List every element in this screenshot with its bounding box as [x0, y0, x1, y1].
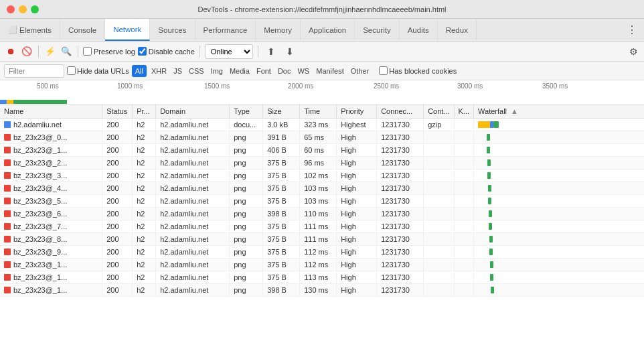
col-name[interactable]: Name: [0, 104, 102, 119]
table-row[interactable]: bz_23x23@_4...200h2h2.adamliu.netpng375 …: [0, 182, 644, 195]
col-size[interactable]: Size: [263, 104, 300, 119]
tab-performance[interactable]: Performance: [195, 19, 256, 41]
divider-1: [38, 46, 39, 58]
filter-all-button[interactable]: All: [132, 65, 147, 77]
search-button[interactable]: 🔍: [60, 45, 73, 58]
preserve-log-checkbox[interactable]: [83, 47, 92, 56]
table-row[interactable]: bz_23x23@_8...200h2h2.adamliu.netpng375 …: [0, 233, 644, 246]
tab-audits-label: Audits: [408, 26, 429, 34]
cell-size: 375 B: [263, 259, 300, 271]
more-tabs-button[interactable]: ⋮: [620, 19, 644, 41]
col-time[interactable]: Time: [300, 104, 337, 119]
table-row[interactable]: bz_23x23@_1...200h2h2.adamliu.netpng398 …: [0, 284, 644, 297]
table-row[interactable]: bz_23x23@_1...200h2h2.adamliu.netpng375 …: [0, 271, 644, 284]
filter-ws-button[interactable]: WS: [295, 66, 311, 76]
hide-data-urls-checkbox[interactable]: [67, 66, 76, 75]
tab-application[interactable]: Application: [301, 19, 355, 41]
cell-priority: High: [337, 271, 377, 284]
tab-console[interactable]: Console: [60, 19, 105, 41]
filter-row: Hide data URLs All XHR JS CSS Img Media …: [0, 62, 644, 80]
file-type-icon: [4, 147, 11, 153]
hide-data-urls-label[interactable]: Hide data URLs: [67, 66, 129, 75]
col-priority[interactable]: Priority: [337, 104, 377, 119]
cell-size: 391 B: [263, 131, 300, 144]
tick-3000: 3000 ms: [457, 82, 483, 90]
disable-cache-label[interactable]: Disable cache: [138, 47, 195, 56]
filter-toggle-button[interactable]: ⚡: [44, 45, 57, 58]
cell-connection: 1231730: [377, 169, 424, 182]
cell-type: png: [230, 131, 263, 144]
disable-cache-checkbox[interactable]: [138, 47, 147, 56]
table-row[interactable]: bz_23x23@_3...200h2h2.adamliu.netpng375 …: [0, 169, 644, 182]
wf-receiving-bar: [489, 210, 492, 217]
cell-name: bz_23x23@_1...: [0, 144, 102, 157]
tab-sources[interactable]: Sources: [150, 19, 195, 41]
close-button[interactable]: [7, 5, 15, 13]
tab-elements[interactable]: ⬜ Elements: [0, 19, 60, 41]
cell-k: [454, 233, 474, 246]
filter-doc-button[interactable]: Doc: [276, 66, 293, 76]
col-connection[interactable]: Connec...: [377, 104, 424, 119]
cell-priority: High: [337, 169, 377, 182]
col-type[interactable]: Type: [230, 104, 263, 119]
cell-k: [454, 246, 474, 259]
tab-redux[interactable]: Redux: [438, 19, 477, 41]
cell-content: [424, 182, 454, 195]
table-row[interactable]: bz_23x23@_1...200h2h2.adamliu.netpng406 …: [0, 144, 644, 157]
tab-network[interactable]: Network: [105, 19, 150, 41]
col-waterfall[interactable]: Waterfall ▲: [474, 104, 644, 119]
import-button[interactable]: ⬆: [263, 45, 279, 58]
preserve-log-text: Preserve log: [94, 48, 135, 56]
tick-1000: 1000 ms: [117, 82, 143, 90]
preserve-log-label[interactable]: Preserve log: [83, 47, 135, 56]
waterfall-bar: [478, 197, 640, 205]
filter-other-button[interactable]: Other: [349, 66, 372, 76]
wf-receiving-bar: [489, 249, 493, 255]
export-button[interactable]: ⬇: [282, 45, 298, 58]
filter-xhr-button[interactable]: XHR: [149, 66, 169, 76]
col-k[interactable]: K...: [454, 104, 474, 119]
clear-button[interactable]: 🚫: [20, 45, 33, 58]
settings-button[interactable]: ⚙: [627, 45, 640, 58]
cell-priority: High: [337, 131, 377, 144]
filter-font-button[interactable]: Font: [254, 66, 273, 76]
throttle-select[interactable]: Online Offline Slow 3G Fast 3G: [205, 44, 253, 59]
cell-connection: 1231730: [377, 259, 424, 271]
table-row[interactable]: bz_23x23@_6...200h2h2.adamliu.netpng398 …: [0, 208, 644, 220]
cell-k: [454, 208, 474, 220]
cell-connection: 1231730: [377, 195, 424, 208]
timeline-ticks[interactable]: 500 ms 1000 ms 1500 ms 2000 ms 2500 ms 3…: [0, 80, 644, 104]
col-content[interactable]: Cont...: [424, 104, 454, 119]
blocked-cookies-label[interactable]: Has blocked cookies: [379, 66, 457, 75]
maximize-button[interactable]: [31, 5, 39, 13]
cell-type: png: [230, 259, 263, 271]
table-row[interactable]: bz_23x23@_1...200h2h2.adamliu.netpng375 …: [0, 259, 644, 271]
tab-audits[interactable]: Audits: [400, 19, 438, 41]
cell-domain: h2.adamliu.net: [156, 271, 230, 284]
filter-css-button[interactable]: CSS: [187, 66, 206, 76]
tab-security[interactable]: Security: [355, 19, 400, 41]
table-row[interactable]: bz_23x23@_7...200h2h2.adamliu.netpng375 …: [0, 220, 644, 233]
table-row[interactable]: bz_23x23@_9...200h2h2.adamliu.netpng375 …: [0, 246, 644, 259]
col-protocol[interactable]: Pr...: [133, 104, 156, 119]
col-status[interactable]: Status: [102, 104, 133, 119]
filter-img-button[interactable]: Img: [209, 66, 225, 76]
wf-receiving-bar: [489, 236, 493, 242]
filter-manifest-button[interactable]: Manifest: [314, 66, 346, 76]
table-row[interactable]: bz_23x23@_2...200h2h2.adamliu.netpng375 …: [0, 157, 644, 169]
cell-status: 200: [102, 208, 133, 220]
filter-js-button[interactable]: JS: [171, 66, 184, 76]
tab-memory[interactable]: Memory: [256, 19, 301, 41]
table-row[interactable]: bz_23x23@_5...200h2h2.adamliu.netpng375 …: [0, 195, 644, 208]
record-button[interactable]: ⏺: [4, 45, 17, 58]
filter-media-button[interactable]: Media: [228, 66, 252, 76]
table-row[interactable]: bz_23x23@_0...200h2h2.adamliu.netpng391 …: [0, 131, 644, 144]
file-name: bz_23x23@_1...: [13, 286, 67, 294]
table-row[interactable]: h2.adamliu.net200h2h2.adamliu.netdocu...…: [0, 119, 644, 131]
blocked-cookies-checkbox[interactable]: [379, 66, 388, 75]
minimize-button[interactable]: [19, 5, 27, 13]
filter-input[interactable]: [4, 64, 64, 78]
tab-memory-label: Memory: [264, 26, 292, 34]
col-domain[interactable]: Domain: [156, 104, 230, 119]
elements-icon: ⬜: [8, 25, 17, 34]
